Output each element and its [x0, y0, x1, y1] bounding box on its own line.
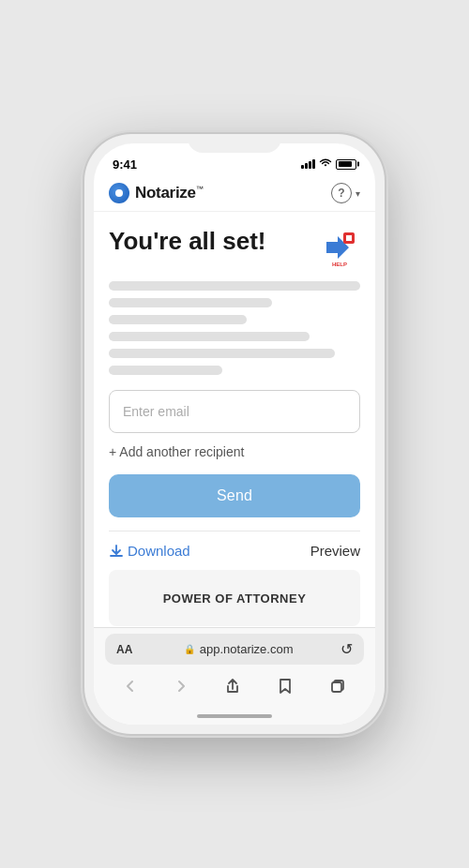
- svg-rect-2: [346, 235, 352, 241]
- app-name: Notarize™: [135, 184, 203, 202]
- bookmarks-button[interactable]: [269, 674, 301, 698]
- home-indicator: [94, 708, 375, 725]
- url-text-group: 🔒 app.notarize.com: [136, 642, 340, 656]
- document-preview: POWER OF ATTORNEY: [109, 570, 360, 626]
- wifi-icon: [319, 157, 332, 171]
- aa-text[interactable]: AA: [116, 643, 132, 656]
- logo-area: Notarize™: [109, 183, 203, 203]
- url-text: app.notarize.com: [200, 642, 294, 656]
- skeleton-line: [109, 349, 335, 358]
- skeleton-lines: [109, 281, 360, 375]
- skeleton-line: [109, 298, 272, 307]
- svg-text:HELP: HELP: [332, 262, 347, 267]
- send-button[interactable]: Send: [109, 474, 360, 517]
- url-bar[interactable]: AA 🔒 app.notarize.com ↺: [105, 634, 364, 665]
- main-content: You're all set! HELP: [94, 212, 375, 627]
- signal-icon: [301, 159, 315, 169]
- battery-icon: [336, 159, 356, 170]
- notarize-logo-dot: [109, 183, 129, 203]
- status-icons: [301, 157, 356, 171]
- page-header: You're all set! HELP: [109, 227, 360, 268]
- notch: [188, 134, 281, 153]
- header-right[interactable]: ? ▾: [331, 183, 360, 203]
- preview-button[interactable]: Preview: [310, 543, 360, 559]
- page-title: You're all set!: [109, 227, 266, 256]
- skeleton-line: [109, 315, 247, 324]
- reload-button[interactable]: ↺: [340, 640, 353, 658]
- action-links: Download Preview: [109, 543, 360, 559]
- add-recipient-button[interactable]: + Add another recipient: [109, 444, 360, 459]
- status-time: 9:41: [113, 157, 137, 172]
- back-button[interactable]: [115, 675, 145, 697]
- help-logo: HELP: [319, 227, 360, 268]
- help-button[interactable]: ?: [331, 183, 352, 203]
- chevron-down-icon[interactable]: ▾: [356, 188, 360, 199]
- doc-title: POWER OF ATTORNEY: [163, 591, 307, 606]
- divider: [109, 531, 360, 531]
- phone-inner: 9:41: [94, 143, 375, 725]
- email-input[interactable]: Enter email: [123, 404, 189, 419]
- home-bar: [197, 714, 272, 718]
- skeleton-line: [109, 366, 222, 375]
- share-button[interactable]: [217, 674, 249, 698]
- email-input-wrapper[interactable]: Enter email: [109, 390, 360, 433]
- nav-bar: [105, 672, 364, 702]
- download-icon: [109, 544, 124, 559]
- download-button[interactable]: Download: [109, 543, 190, 559]
- app-header: Notarize™ ? ▾: [94, 177, 375, 212]
- tabs-button[interactable]: [322, 674, 354, 698]
- skeleton-line: [109, 332, 310, 341]
- svg-rect-5: [332, 682, 341, 692]
- forward-button[interactable]: [166, 675, 196, 697]
- browser-bar: AA 🔒 app.notarize.com ↺: [94, 627, 375, 708]
- phone-frame: 9:41: [84, 134, 385, 734]
- lock-icon: 🔒: [184, 644, 195, 654]
- skeleton-line: [109, 281, 360, 291]
